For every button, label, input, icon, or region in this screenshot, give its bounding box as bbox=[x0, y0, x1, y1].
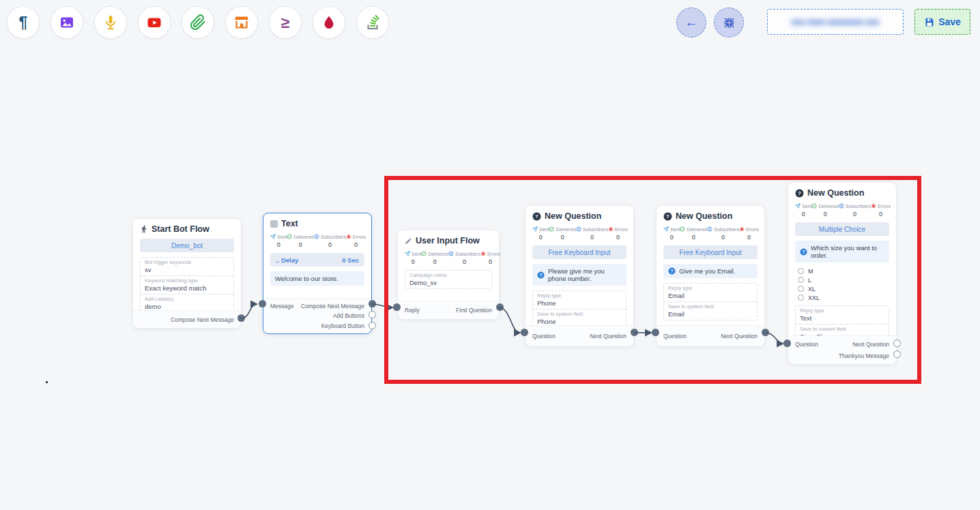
input-port-question[interactable] bbox=[521, 329, 528, 336]
delivered-icon bbox=[811, 203, 817, 209]
delivered-icon bbox=[287, 234, 292, 239]
reply-type-button[interactable]: Multiple Choice bbox=[795, 222, 889, 236]
errors-icon bbox=[739, 226, 745, 232]
output-port-next-question[interactable] bbox=[893, 340, 901, 347]
radio-icon[interactable] bbox=[798, 286, 804, 292]
floppy-disk-icon bbox=[924, 17, 934, 27]
output-port-first-question[interactable] bbox=[496, 303, 504, 311]
input-port-label: Question bbox=[532, 333, 556, 340]
stats-row: Sent0 Delivered0 Subscribers0 Errors0 bbox=[795, 203, 889, 217]
sent-icon bbox=[795, 203, 801, 209]
toolbar-audio-element-button[interactable] bbox=[94, 6, 127, 39]
fit-view-button[interactable] bbox=[714, 7, 744, 38]
flow-title-field[interactable]: ■■■ ■■■■ ■■■■■■■■ ■■■ bbox=[767, 9, 904, 35]
stats-row: Sent0 Delivered0 Subscribers0 Errors0 bbox=[663, 226, 758, 241]
back-arrow-icon: ← bbox=[685, 15, 698, 30]
question-circle-icon bbox=[663, 212, 672, 221]
output-port-label: Compose Next Message bbox=[171, 316, 234, 323]
field-value: Email bbox=[668, 310, 753, 318]
save-button[interactable]: Save bbox=[914, 9, 970, 35]
toolbar-sequence-element-button[interactable] bbox=[356, 6, 389, 39]
node-title: User Input Flow bbox=[405, 236, 492, 245]
errors-icon bbox=[346, 234, 351, 239]
field-value: Phone bbox=[537, 299, 622, 307]
output-port-add-buttons[interactable] bbox=[369, 311, 376, 318]
output-port-label: Next Question bbox=[852, 341, 889, 348]
node-footer: QuestionNext Question bbox=[525, 325, 633, 346]
toolbar-image-element-button[interactable] bbox=[51, 6, 83, 39]
field-value: sv bbox=[145, 266, 229, 273]
delay-setting[interactable]: .. Delay0 Sec bbox=[270, 253, 364, 267]
message-preview[interactable]: Welcome to our store. bbox=[270, 271, 364, 286]
output-port-next-question[interactable] bbox=[762, 329, 769, 336]
bot-settings-box[interactable]: Bot trigger keywordssv Keyword matching … bbox=[140, 257, 234, 313]
input-port-question[interactable] bbox=[783, 340, 791, 347]
output-port-thankyou-message[interactable] bbox=[893, 350, 901, 358]
sent-icon bbox=[532, 226, 538, 232]
node-footer: ReplyFirst Question bbox=[398, 301, 499, 319]
output-port-compose-next-message[interactable] bbox=[369, 300, 376, 308]
reply-settings-box[interactable]: Reply typeEmail Save to system fieldEmai… bbox=[663, 283, 758, 320]
pencil-icon bbox=[405, 237, 412, 245]
output-port-label: Next Question bbox=[721, 333, 758, 340]
back-button[interactable]: ← bbox=[676, 7, 706, 38]
output-port-next-question[interactable] bbox=[631, 329, 638, 336]
node-question-email[interactable]: New Question Sent0 Delivered0 Subscriber… bbox=[657, 206, 764, 346]
sent-icon bbox=[270, 234, 276, 239]
subscribers-icon bbox=[448, 251, 454, 256]
toolbar-file-element-button[interactable] bbox=[182, 6, 214, 39]
flow-canvas[interactable]: ¶ ≥ ← ■■■ ■■■■ ■■■■■■■■ ■■■ Save Start B… bbox=[0, 0, 980, 510]
field-label: Reply type bbox=[537, 292, 622, 299]
question-message[interactable]: Give me you Email. bbox=[663, 264, 758, 278]
option-row: M bbox=[795, 267, 889, 275]
field-label: Save to system field bbox=[537, 311, 622, 317]
field-label: Keyword matching type bbox=[145, 278, 229, 284]
node-user-input-flow[interactable]: User Input Flow Sent0 Delivered0 Subscri… bbox=[398, 230, 499, 319]
subscribers-icon bbox=[576, 226, 581, 232]
pilcrow-icon: ¶ bbox=[19, 15, 28, 31]
walking-person-icon bbox=[140, 225, 148, 233]
delivered-icon bbox=[680, 226, 685, 232]
node-title: New Question bbox=[663, 211, 758, 221]
toolbar-drip-element-button[interactable] bbox=[313, 6, 345, 39]
store-icon bbox=[233, 14, 250, 31]
question-circle-icon bbox=[795, 189, 804, 198]
question-circle-icon bbox=[668, 267, 676, 275]
options-list: M L XL XXL bbox=[795, 267, 889, 302]
node-footer: MessageCompose Next Message Add Buttons … bbox=[263, 298, 371, 333]
campaign-box[interactable]: Campaign nameDemo_sv bbox=[405, 270, 492, 289]
toolbar-video-element-button[interactable] bbox=[138, 6, 171, 39]
droplet-icon bbox=[321, 14, 337, 31]
option-row: L bbox=[795, 275, 889, 284]
reply-type-button[interactable]: Free Keyboard Input bbox=[532, 245, 626, 259]
bot-name-button[interactable]: Demo_bot bbox=[140, 239, 234, 252]
sent-icon bbox=[663, 226, 669, 232]
node-question-phone[interactable]: New Question Sent0 Delivered0 Subscriber… bbox=[525, 206, 633, 346]
input-port-label: Question bbox=[795, 341, 818, 348]
radio-icon[interactable] bbox=[798, 295, 804, 301]
output-port-keyboard-button[interactable] bbox=[369, 322, 376, 329]
input-port-question[interactable] bbox=[652, 329, 659, 336]
input-port-reply[interactable] bbox=[393, 303, 401, 311]
field-value: Text bbox=[800, 314, 884, 322]
toolbar-text-element-button[interactable]: ¶ bbox=[7, 6, 40, 39]
radio-icon[interactable] bbox=[798, 268, 804, 274]
radio-icon[interactable] bbox=[798, 277, 804, 283]
question-message[interactable]: Which size you want to order. bbox=[795, 241, 889, 262]
output-port-compose-next-message[interactable] bbox=[237, 314, 245, 322]
node-text[interactable]: Text Sent0 Delivered0 Subscribers0 Error… bbox=[263, 213, 372, 334]
input-port-message[interactable] bbox=[259, 300, 266, 308]
node-question-size[interactable]: New Question Sent0 Delivered0 Subscriber… bbox=[788, 183, 896, 364]
toolbar-condition-element-button[interactable]: ≥ bbox=[269, 6, 302, 39]
question-message[interactable]: Please give me you phone number. bbox=[532, 264, 626, 286]
delivered-icon bbox=[421, 251, 427, 256]
reply-type-button[interactable]: Free Keyboard Input bbox=[663, 245, 758, 259]
node-start-bot-flow[interactable]: Start Bot Flow Demo_bot Bot trigger keyw… bbox=[133, 219, 241, 328]
toolbar-ecommerce-element-button[interactable] bbox=[225, 6, 258, 39]
input-port-label: Reply bbox=[405, 307, 420, 314]
reply-settings-box[interactable]: Reply typePhone Save to system fieldPhon… bbox=[532, 290, 626, 328]
stats-row: Sent0 Delivered0 Subscribers0 Errors0 bbox=[270, 234, 364, 248]
subscribers-icon bbox=[314, 234, 319, 239]
field-value: Exact keyword match bbox=[145, 284, 229, 292]
field-value: Phone bbox=[537, 318, 622, 325]
